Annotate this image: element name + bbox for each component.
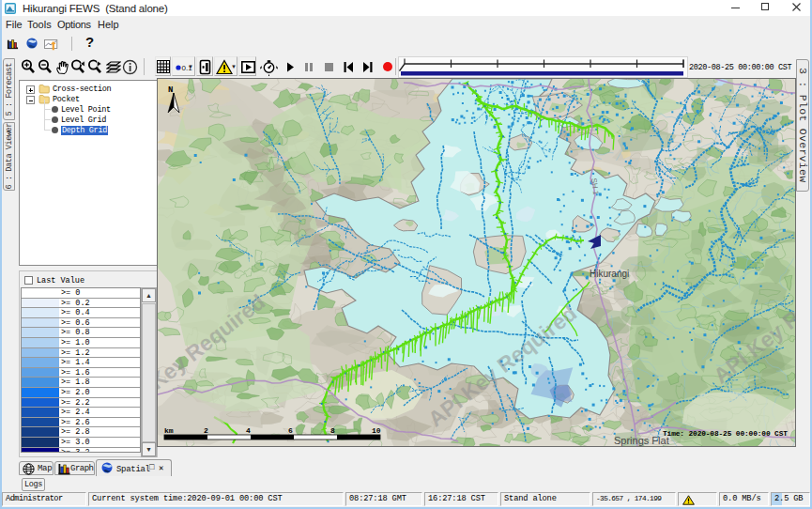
svg-text:8: 8 (330, 426, 335, 435)
svg-text:Springs Flat: Springs Flat (614, 435, 669, 446)
svg-text:Time: 2020-08-25 00:00:00 CST: Time: 2020-08-25 00:00:00 CST (663, 430, 788, 438)
svg-text:2: 2 (204, 426, 208, 435)
svg-text:6: 6 (288, 426, 293, 435)
svg-text:4: 4 (246, 426, 251, 435)
svg-text:km: km (164, 426, 174, 435)
svg-text:10: 10 (372, 426, 381, 435)
svg-text:Hikurangi: Hikurangi (590, 269, 629, 279)
svg-text:N: N (168, 85, 173, 95)
